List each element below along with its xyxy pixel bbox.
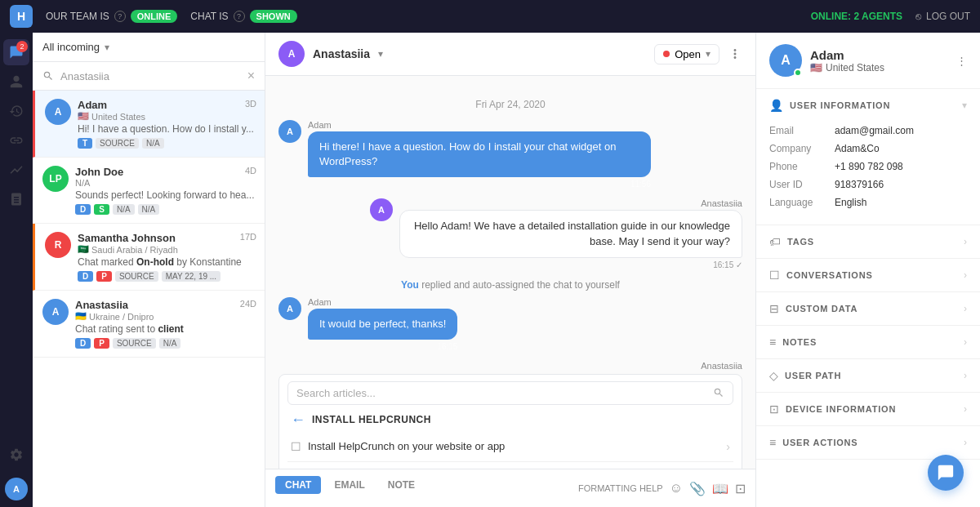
conversation-list: All incoming ▾ × A Adam 🇺🇸 United States…: [33, 33, 265, 507]
conv-location-anastasiia: 🇺🇦 Ukraine / Dnipro: [75, 311, 255, 322]
system-msg-highlight: You: [401, 279, 419, 291]
conv-item-adam[interactable]: A Adam 🇺🇸 United States Hi! I have a que…: [33, 91, 265, 158]
notes-icon: ≡: [769, 336, 776, 349]
section-user-info-header[interactable]: 👤 USER INFORMATION ▾: [756, 89, 980, 122]
kb-search-bar: [287, 381, 733, 405]
conv-avatar-adam: A: [45, 99, 71, 125]
kb-back-button[interactable]: ←: [291, 411, 305, 429]
custom-data-arrow: ›: [964, 303, 967, 314]
app-logo: H: [10, 5, 33, 28]
section-notes-header[interactable]: ≡ NOTES ›: [756, 326, 980, 358]
kb-item-icon-1: ☐: [291, 440, 301, 453]
chat-shown-badge[interactable]: SHOWN: [250, 10, 297, 23]
system-message: You replied and auto-assigned the chat t…: [278, 279, 742, 291]
section-conversations: ☐ CONVERSATIONS ›: [756, 259, 980, 292]
kb-button[interactable]: 📖: [712, 481, 728, 496]
screen-share-button[interactable]: ⊡: [735, 481, 746, 496]
logout-button[interactable]: ⎋ LOG OUT: [915, 11, 970, 22]
section-user-actions-header[interactable]: ≡ USER ACTIONS ›: [756, 426, 980, 459]
section-device-info-header[interactable]: ⊡ DEVICE INFORMATION ›: [756, 393, 980, 425]
search-icon: [42, 70, 54, 82]
msg-bubble-2: Hello Adam! We have a detailed installat…: [399, 210, 742, 257]
tab-email[interactable]: EMAIL: [324, 476, 374, 494]
section-user-path: ◇ USER PATH ›: [756, 359, 980, 393]
tag-d-anastasiia: D: [75, 338, 91, 349]
user-avatar-nav[interactable]: A: [5, 478, 28, 500]
conv-preview-samantha: Chat marked On-hold by Konstantine: [78, 256, 255, 268]
conv-name-anastasiia: Anastasiia: [75, 299, 255, 311]
team-online-badge[interactable]: ONLINE: [131, 10, 178, 23]
conv-filter-dropdown[interactable]: All incoming ▾: [42, 41, 109, 53]
conversations-arrow: ›: [964, 269, 967, 281]
kb-item-arrow-1: ›: [726, 440, 730, 453]
section-user-info-title: USER INFORMATION: [790, 100, 956, 110]
conv-time-john: 4D: [245, 166, 256, 176]
section-tags-header[interactable]: 🏷 TAGS ›: [756, 225, 980, 258]
source-samantha: SOURCE: [115, 271, 158, 282]
source-val-adam: N/A: [142, 138, 164, 149]
panel-more-button[interactable]: ⋮: [956, 55, 967, 67]
nav-campaigns[interactable]: [3, 127, 29, 153]
right-panel-avatar: A: [769, 44, 802, 77]
left-nav: 2 A: [0, 33, 33, 507]
tags-icon: 🏷: [769, 235, 781, 248]
search-clear-icon[interactable]: ×: [247, 69, 255, 83]
conv-item-samantha[interactable]: R Samantha Johnson 🇸🇦 Saudi Arabia / Riy…: [33, 224, 265, 291]
nav-analytics[interactable]: [3, 157, 29, 183]
message-row-2: Anastasiia Hello Adam! We have a detaile…: [278, 198, 742, 269]
section-custom-data-header[interactable]: ⊟ CUSTOM DATA ›: [756, 292, 980, 325]
section-user-info: 👤 USER INFORMATION ▾ Email adam@gmail.co…: [756, 89, 980, 225]
msg-sender-3: Adam: [308, 297, 457, 307]
conv-location-john: N/A: [75, 178, 255, 188]
section-tags: 🏷 TAGS ›: [756, 225, 980, 259]
tab-chat[interactable]: CHAT: [275, 476, 321, 494]
section-notes: ≡ NOTES ›: [756, 326, 980, 359]
status-button[interactable]: Open ▾: [654, 44, 719, 64]
chat-nav-badge: 2: [16, 41, 28, 52]
topbar: H OUR TEAM IS ? ONLINE CHAT IS ? SHOWN O…: [0, 0, 980, 33]
agent-dropdown-icon[interactable]: ▾: [378, 48, 383, 60]
nav-contacts[interactable]: [3, 69, 29, 95]
conversations-icon: ☐: [769, 269, 780, 282]
conv-preview-anastasiia: Chat rating sent to client: [75, 323, 255, 335]
section-user-path-header[interactable]: ◇ USER PATH ›: [756, 359, 980, 392]
tag-p-samantha: P: [96, 271, 112, 282]
message-row-1: A Adam Hi there! I have a question. How …: [278, 120, 742, 189]
conv-tags-john: D S N/A N/A: [75, 204, 255, 215]
chat-messages: Fri Apr 24, 2020 A Adam Hi there! I have…: [265, 76, 755, 469]
kb-item-2[interactable]: ☐ Integrate HelpCrunch with your CMS or …: [287, 462, 733, 469]
nav-chat[interactable]: 2: [3, 39, 29, 65]
chat-header-name: Anastasiia: [313, 47, 370, 60]
tags-arrow: ›: [964, 236, 967, 247]
formatting-help-button[interactable]: FORMATTING HELP: [578, 483, 663, 493]
msg-avatar-agent: A: [370, 198, 393, 221]
conv-avatar-john: LP: [42, 166, 69, 192]
msg-sender-2: Anastasiia: [399, 198, 742, 208]
float-chat-button[interactable]: [928, 455, 964, 491]
chat-more-icon[interactable]: [728, 47, 742, 61]
kb-header: ← INSTALL HELPCRUNCH: [287, 405, 733, 432]
nav-history[interactable]: [3, 98, 29, 124]
kb-sender-label: Anastasiia: [278, 361, 742, 371]
notes-arrow: ›: [964, 336, 967, 348]
conv-time-anastasiia: 24D: [240, 299, 256, 309]
kb-search-icon: [713, 387, 724, 398]
kb-search-input[interactable]: [296, 387, 706, 399]
conv-preview-adam: Hi! I have a question. How do I install …: [78, 123, 255, 135]
user-info-icon: 👤: [769, 99, 783, 112]
nav-docs[interactable]: [3, 186, 29, 212]
emoji-button[interactable]: ☺: [670, 481, 683, 496]
nav-settings[interactable]: [3, 442, 29, 468]
field-language: Language English: [769, 197, 967, 208]
attach-button[interactable]: 📎: [689, 481, 706, 496]
message-row-3: A Adam It would be perfect, thanks! 16:1…: [278, 297, 742, 351]
section-conversations-header[interactable]: ☐ CONVERSATIONS ›: [756, 259, 980, 291]
right-panel-user-info: Adam 🇺🇸 United States: [810, 48, 884, 73]
kb-item-1[interactable]: ☐ Install HelpCrunch on your website or …: [287, 432, 733, 462]
tab-note[interactable]: NOTE: [378, 476, 425, 494]
conv-item-anastasiia[interactable]: A Anastasiia 🇺🇦 Ukraine / Dnipro Chat ra…: [33, 291, 265, 358]
search-input[interactable]: [60, 70, 241, 82]
main-content: 2 A All incoming ▾: [0, 33, 980, 507]
conv-item-john[interactable]: LP John Doe N/A Sounds perfect! Looking …: [33, 158, 265, 224]
source-anastasiia: SOURCE: [113, 338, 156, 349]
